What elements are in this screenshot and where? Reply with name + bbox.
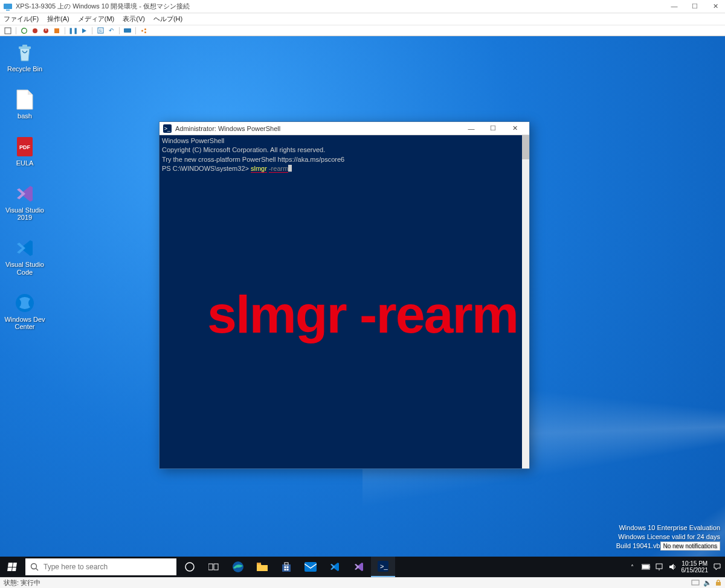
svg-rect-37 [649, 566, 650, 568]
svg-rect-23 [208, 564, 213, 570]
ps-line: Try the new cross-platform PowerShell ht… [162, 155, 527, 164]
turnoff-button[interactable] [31, 27, 39, 35]
powershell-window-controls: — ☐ ✕ [460, 122, 526, 135]
svg-rect-41 [692, 580, 699, 585]
ps-command-rearm: -rearm [269, 165, 288, 173]
svg-rect-24 [214, 564, 218, 570]
taskbar: Type here to search >_ ˄ 10:15 PM 6/15/2… [0, 557, 725, 577]
powershell-titlebar[interactable]: >_ Administrator: Windows PowerShell — ☐… [160, 122, 529, 135]
menu-file[interactable]: ファイル(F) [4, 14, 39, 24]
save-button[interactable] [53, 27, 61, 35]
powershell-icon: >_ [163, 124, 172, 133]
start-button[interactable] [0, 557, 24, 577]
svg-rect-42 [716, 582, 721, 586]
tray-chevron-icon[interactable]: ˄ [628, 563, 637, 571]
svg-rect-27 [282, 564, 291, 572]
svg-rect-38 [642, 565, 649, 569]
powershell-title: Administrator: Windows PowerShell [175, 125, 280, 132]
search-icon [30, 563, 39, 571]
checkpoint-button[interactable]: ⎘ [96, 27, 105, 35]
svg-rect-11 [124, 28, 131, 33]
taskbar-clock[interactable]: 10:15 PM 6/15/2021 [682, 560, 709, 574]
menu-view[interactable]: 表示(V) [123, 14, 145, 24]
svg-rect-26 [257, 563, 261, 564]
taskbar-search[interactable]: Type here to search [25, 558, 176, 575]
enhanced-session-button[interactable] [123, 27, 132, 35]
ps-close-button[interactable]: ✕ [504, 122, 526, 135]
maximize-button[interactable]: ☐ [689, 2, 701, 10]
status-speaker-icon: 🔈 [703, 579, 712, 587]
svg-rect-32 [287, 569, 289, 570]
ps-line: Copyright (C) Microsoft Corporation. All… [162, 145, 527, 155]
taskbar-pinned: >_ [178, 557, 395, 577]
svg-text:>_: >_ [380, 563, 388, 570]
svg-text:⎘: ⎘ [99, 28, 102, 34]
status-nic-icon [691, 579, 700, 587]
ctrl-alt-del-button[interactable] [4, 27, 12, 35]
powershell-window[interactable]: >_ Administrator: Windows PowerShell — ☐… [159, 121, 530, 469]
cortana-icon[interactable] [178, 557, 202, 577]
windows-dev-center-icon[interactable]: Windows Dev Center [4, 292, 46, 330]
vscode-taskbar-icon[interactable] [323, 557, 347, 577]
svg-rect-6 [45, 28, 46, 31]
file-explorer-icon[interactable] [250, 557, 274, 577]
eula-pdf-icon[interactable]: PDF EULA [4, 135, 46, 167]
ps-prompt-line: PS C:\WINDOWS\system32> slmgr -rearm_ [162, 164, 527, 173]
svg-rect-33 [304, 562, 317, 572]
status-text: 状態: 実行中 [4, 578, 40, 587]
powershell-terminal[interactable]: Windows PowerShell Copyright (C) Microso… [160, 135, 529, 468]
svg-point-20 [31, 564, 37, 569]
svg-line-21 [36, 569, 39, 571]
microsoft-store-icon[interactable] [274, 557, 298, 577]
svg-point-3 [22, 28, 27, 33]
activation-watermark: Windows 10 Enterprise Evaluation Windows… [616, 523, 720, 551]
desktop-icons: Recycle Bin bash PDF EULA Visual Studio … [4, 41, 46, 330]
battery-icon[interactable] [642, 563, 650, 571]
close-button[interactable]: ✕ [709, 2, 721, 10]
svg-rect-0 [4, 4, 12, 9]
edge-icon[interactable] [226, 557, 250, 577]
minimize-button[interactable]: — [668, 2, 680, 10]
mail-icon[interactable] [298, 557, 323, 577]
start-button-tool[interactable] [20, 27, 28, 35]
recycle-bin-icon[interactable]: Recycle Bin [4, 41, 46, 72]
menu-action[interactable]: 操作(A) [47, 14, 69, 24]
bash-file-icon[interactable]: bash [4, 88, 46, 120]
svg-rect-7 [54, 28, 59, 33]
share-button[interactable] [140, 27, 148, 35]
svg-rect-31 [285, 569, 286, 570]
menu-media[interactable]: メディア(M) [78, 14, 115, 24]
ps-maximize-button[interactable]: ☐ [482, 122, 504, 135]
svg-point-12 [141, 30, 143, 31]
ps-line: Windows PowerShell [162, 136, 527, 145]
vm-desktop[interactable]: Recycle Bin bash PDF EULA Visual Studio … [0, 36, 725, 577]
scrollbar[interactable] [522, 135, 529, 468]
hyperv-statusbar: 状態: 実行中 🔈 [0, 577, 725, 588]
svg-rect-29 [285, 566, 286, 568]
vs2019-icon[interactable]: Visual Studio 2019 [4, 182, 46, 221]
ps-minimize-button[interactable]: — [460, 122, 482, 135]
hyperv-titlebar: XPS-13-9305 上の Windows 10 開発環境 - 仮想マシン接続… [0, 0, 725, 13]
svg-point-14 [144, 31, 146, 33]
reset-button[interactable] [80, 27, 88, 35]
system-tray: ˄ 10:15 PM 6/15/2021 [628, 557, 726, 577]
svg-point-4 [33, 28, 37, 33]
revert-button[interactable]: ↶ [107, 27, 115, 35]
action-center-icon[interactable] [713, 563, 721, 571]
menu-help[interactable]: ヘルプ(H) [153, 14, 182, 24]
volume-icon[interactable] [668, 563, 677, 571]
vscode-icon[interactable]: Visual Studio Code [4, 237, 46, 275]
vs2019-taskbar-icon[interactable] [347, 557, 371, 577]
hyperv-title: XPS-13-9305 上の Windows 10 開発環境 - 仮想マシン接続 [16, 2, 190, 11]
scrollbar-thumb[interactable] [522, 135, 529, 159]
task-view-icon[interactable] [202, 557, 226, 577]
shutdown-button[interactable] [42, 27, 50, 35]
svg-rect-2 [5, 28, 11, 34]
network-icon[interactable] [655, 563, 663, 571]
svg-rect-1 [6, 10, 10, 11]
powershell-taskbar-icon[interactable]: >_ [371, 557, 395, 577]
status-lock-icon [715, 579, 721, 587]
hyperv-icon [4, 2, 12, 11]
pause-button[interactable]: ❚❚ [69, 27, 77, 35]
svg-rect-16 [22, 45, 27, 47]
